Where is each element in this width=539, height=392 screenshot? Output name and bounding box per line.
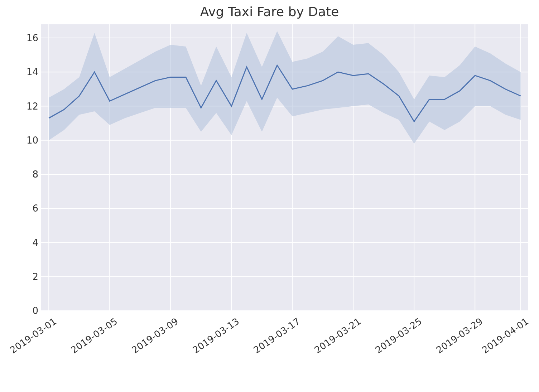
y-tick-label: 0 bbox=[17, 305, 38, 316]
y-tick-label: 14 bbox=[17, 67, 38, 77]
y-tick-label: 16 bbox=[17, 33, 38, 43]
plot-svg bbox=[41, 24, 528, 311]
x-tick-label: 2019-04-01 bbox=[480, 316, 530, 355]
x-tick-label: 2019-03-25 bbox=[373, 316, 424, 355]
x-tick-label: 2019-03-09 bbox=[130, 316, 180, 355]
y-tick-label: 4 bbox=[17, 237, 38, 248]
plot-area bbox=[41, 24, 528, 311]
x-tick-label: 2019-03-29 bbox=[434, 316, 485, 355]
y-tick-label: 8 bbox=[17, 169, 38, 180]
y-tick-label: 10 bbox=[17, 135, 38, 146]
chart-title: Avg Taxi Fare by Date bbox=[0, 4, 539, 19]
x-tick-label: 2019-03-05 bbox=[69, 316, 119, 355]
x-tick-label: 2019-03-17 bbox=[251, 316, 302, 355]
y-tick-label: 12 bbox=[17, 101, 38, 112]
y-tick-label: 2 bbox=[17, 271, 38, 282]
confidence-band bbox=[49, 31, 521, 144]
chart-figure: Avg Taxi Fare by Date 0246810121416 2019… bbox=[0, 0, 539, 392]
x-tick-label: 2019-03-01 bbox=[8, 316, 58, 355]
y-tick-label: 6 bbox=[17, 203, 38, 214]
x-tick-label: 2019-03-13 bbox=[191, 316, 241, 355]
x-tick-label: 2019-03-21 bbox=[312, 316, 363, 355]
